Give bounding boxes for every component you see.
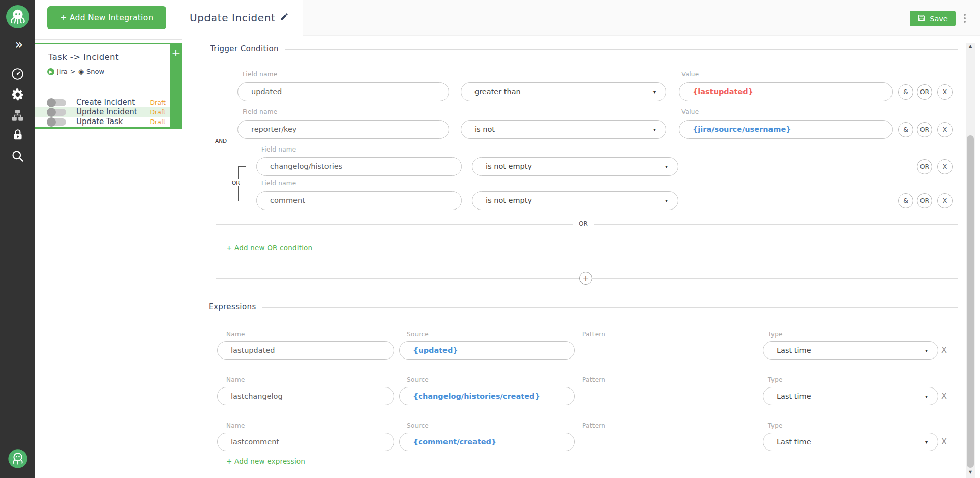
pattern-label: Pattern [582,376,605,383]
add-expression-link[interactable]: + Add new expression [226,457,305,465]
chevron-down-icon: ▾ [653,121,656,138]
or-condition-button[interactable]: OR [917,159,932,174]
route-target-label: Snow [86,68,104,75]
operator-value: is not [474,125,495,133]
expression-name-input[interactable]: lastupdated [217,341,394,360]
flow-row-update-task[interactable]: Update Task Draft [35,117,170,127]
octopus-logo-icon [6,21,29,31]
type-value: Last time [777,346,811,354]
expression-source-input[interactable]: {updated} [399,341,575,360]
trigger-field-input[interactable]: updated [237,82,449,101]
source-arrow-icon: ▶ [47,68,54,75]
list-divider [35,97,170,97]
page-title: Update Incident [190,12,275,24]
trigger-value-input[interactable]: {lastupdated} [679,82,893,101]
expand-sidebar-button[interactable]: » [0,37,35,52]
remove-expression-button[interactable]: X [941,437,947,447]
operator-value: is not empty [486,196,532,204]
and-condition-button[interactable]: & [898,84,913,100]
or-condition-button[interactable]: OR [917,193,932,208]
type-value: Last time [777,438,811,446]
add-condition-group-button[interactable]: + [579,272,592,285]
remove-condition-button[interactable]: X [937,84,953,100]
name-label: Name [226,331,245,338]
flow-row-update-incident[interactable]: Update Incident Draft [35,107,170,117]
remove-expression-button[interactable]: X [941,391,947,401]
chevron-down-icon: ▾ [925,342,928,360]
scrollbar-thumb[interactable] [967,135,974,468]
chevron-down-icon: ▾ [925,387,928,405]
scrollbar-up-arrow[interactable]: ▲ [966,44,975,48]
save-button[interactable]: Save [910,11,956,26]
expression-name-input[interactable]: lastcomment [217,433,394,451]
gear-icon [11,94,25,104]
remove-condition-button[interactable]: X [937,122,953,137]
expression-source-input[interactable]: {changelog/histories/created} [399,387,575,405]
trigger-field-input[interactable]: comment [256,191,462,210]
security-nav-item[interactable] [0,128,35,143]
expression-type-select[interactable]: Last time ▾ [763,387,938,405]
and-condition-button[interactable]: & [898,193,913,208]
status-badge: Draft [150,107,166,117]
trigger-field-input[interactable]: changelog/histories [256,157,462,176]
toggle-knob [47,108,56,117]
field-name-label: Field name [261,146,296,153]
settings-nav-item[interactable] [0,87,35,103]
value-label: Value [681,108,699,115]
type-label: Type [768,331,783,338]
more-options-menu[interactable] [962,12,967,24]
flow-toggle[interactable] [48,118,66,126]
remove-expression-button[interactable]: X [941,345,947,355]
user-avatar[interactable] [0,449,35,471]
expression-source-input[interactable]: {comment/created} [399,433,575,451]
dashboard-nav-item[interactable] [0,67,35,82]
or-condition-button[interactable]: OR [917,122,932,137]
remove-condition-button[interactable]: X [937,193,953,208]
and-condition-button[interactable]: & [898,122,913,137]
sidebar: + Add New Integration + Task -> Incident… [35,0,182,478]
field-name-label: Field name [243,71,278,78]
trigger-operator-select[interactable]: greater than ▾ [461,82,666,101]
source-token: {changelog/histories/created} [413,392,540,400]
expression-type-select[interactable]: Last time ▾ [763,341,938,360]
trigger-operator-select[interactable]: is not empty ▾ [472,191,678,210]
and-group-label: AND [214,137,228,144]
integration-group-title: Task -> Incident [48,52,119,62]
flow-label: Update Task [76,117,123,127]
scrollbar-down-arrow[interactable]: ▼ [966,470,975,474]
edit-pencil-icon[interactable] [280,12,289,23]
flow-toggle[interactable] [48,99,66,106]
save-label: Save [930,15,948,23]
section-title: Trigger Condition [210,44,279,53]
trigger-condition-section-header: Trigger Condition [210,44,958,53]
expression-type-select[interactable]: Last time ▾ [763,433,938,451]
lock-icon [11,134,24,143]
add-flow-strip-button[interactable]: + [170,44,182,127]
field-name-label: Field name [243,108,278,115]
app-logo[interactable] [0,5,35,31]
value-token: {lastupdated} [693,87,753,96]
trigger-value-input[interactable]: {jira/source/username} [679,120,893,139]
add-new-integration-button[interactable]: + Add New Integration [47,6,166,29]
integration-group-panel[interactable]: + Task -> Incident ▶ Jira > ◉ Snow Creat… [35,43,182,129]
trigger-field-input[interactable]: reporter/key [237,120,449,139]
trigger-operator-select[interactable]: is not ▾ [461,120,666,139]
integrations-nav-item[interactable] [0,108,35,124]
add-or-condition-link[interactable]: + Add new OR condition [226,244,312,252]
flow-label: Create Incident [76,98,135,107]
trigger-operator-select[interactable]: is not empty ▾ [472,157,678,176]
main-header: Update Incident Save [182,0,980,36]
or-condition-button[interactable]: OR [917,84,932,100]
remove-condition-button[interactable]: X [937,159,953,174]
flow-row-create-incident[interactable]: Create Incident Draft [35,98,170,107]
value-token: {jira/source/username} [693,125,791,133]
search-icon [11,155,24,165]
active-flow-tab[interactable]: Update Incident [182,0,303,36]
field-name-label: Field name [261,180,296,187]
or-divider-label: OR [573,220,594,227]
flow-toggle[interactable] [48,109,66,116]
expression-name-input[interactable]: lastchangelog [217,387,394,405]
operator-value: greater than [474,87,521,96]
search-nav-item[interactable] [0,149,35,164]
chevron-down-icon: ▾ [665,158,668,175]
